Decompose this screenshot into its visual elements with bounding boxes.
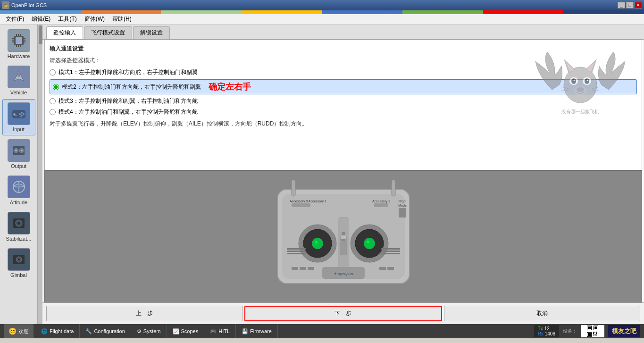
- stabilizat-icon: [8, 212, 30, 234]
- main-panel: 没有哪一起旅飞机 输入通道设置 请选择遥控器模式： 模式1：左手控制升降舵和方向…: [44, 40, 642, 170]
- output-icon: [8, 139, 30, 162]
- app-icon: 🚁: [2, 1, 9, 9]
- svg-rect-85: [287, 251, 306, 252]
- mode2-label: 模式2：左手控制油门和方向舵，右手控制升降舵和副翼: [62, 83, 201, 91]
- scopes-label: Scopes: [181, 328, 199, 334]
- svg-rect-64: [399, 208, 406, 218]
- svg-point-45: [587, 80, 588, 81]
- close-button[interactable]: ✕: [635, 2, 642, 8]
- sidebar-scrollbar-thumb[interactable]: [39, 25, 42, 44]
- svg-rect-87: [381, 248, 400, 250]
- sidebar-item-vehicle[interactable]: Vehicle: [2, 63, 35, 98]
- toolbar-seg-4: [242, 10, 322, 14]
- configuration-label: Configuration: [94, 328, 125, 334]
- sidebar-label-hardware: Hardware: [8, 53, 30, 59]
- sidebar-scrollbar[interactable]: [38, 25, 42, 324]
- rc-transmitter-svg: Accessory 0 Accessory 1 Accessory 2 Flig…: [240, 175, 447, 298]
- content-area: 遥控输入 飞行模式设置 解锁设置: [42, 25, 644, 324]
- sidebar-item-stabilizat[interactable]: Stabilizat...: [2, 209, 35, 244]
- svg-rect-89: [381, 253, 400, 254]
- svg-rect-82: [379, 267, 386, 270]
- title-bar: 🚁 OpenPilot GCS _ □ ✕: [0, 0, 644, 10]
- status-tab-firmware[interactable]: 💾 Firmware: [236, 324, 278, 338]
- tab-flight-mode[interactable]: 飞行模式设置: [84, 26, 132, 39]
- watermark-text: 模友之吧: [612, 327, 636, 335]
- input-icon: [8, 102, 30, 125]
- tx-value: 12: [544, 326, 550, 331]
- svg-rect-84: [287, 248, 306, 250]
- confirm-text: 确定左右手: [209, 81, 251, 92]
- minimize-button[interactable]: _: [618, 2, 625, 8]
- svg-point-38: [18, 259, 20, 260]
- menu-edit[interactable]: 编辑(E): [28, 14, 54, 24]
- rc-transmitter-area: Accessory 0 Accessory 1 Accessory 2 Flig…: [44, 170, 642, 302]
- svg-rect-76: [341, 235, 346, 239]
- menu-window[interactable]: 窗体(W): [81, 14, 109, 24]
- svg-rect-57: [392, 180, 395, 196]
- sidebar-item-output[interactable]: Output: [2, 136, 35, 172]
- next-button[interactable]: 下一步: [244, 306, 442, 321]
- flight-data-icon: 🌐: [41, 328, 48, 335]
- svg-text:Accessory 2: Accessory 2: [372, 200, 390, 203]
- sidebar: Hardware Vehicle: [0, 25, 38, 324]
- toolbar-colorbar: [0, 10, 644, 14]
- configuration-icon: 🔧: [85, 328, 92, 335]
- svg-rect-88: [381, 251, 400, 252]
- status-tab-hitl[interactable]: 🎮 HITL: [204, 324, 236, 338]
- main-layout: Hardware Vehicle: [0, 25, 644, 324]
- mode1-label: 模式1：左手控制升降舵和方向舵，右手控制油门和副翼: [59, 68, 198, 76]
- svg-point-18: [21, 112, 23, 114]
- svg-point-28: [21, 150, 23, 151]
- svg-rect-104: [593, 335, 594, 335]
- firmware-icon: 💾: [242, 328, 248, 335]
- svg-rect-98: [588, 333, 591, 336]
- menu-bar: 文件(F) 编辑(E) 工具(T) 窗体(W) 帮助(H): [0, 14, 644, 25]
- mode1-radio[interactable]: [50, 69, 56, 75]
- firmware-label: Firmware: [250, 328, 272, 334]
- svg-point-42: [571, 78, 576, 84]
- svg-point-19: [23, 113, 25, 115]
- svg-text:✈ openpilot: ✈ openpilot: [334, 272, 353, 276]
- mode4-radio[interactable]: [50, 109, 56, 115]
- hitl-label: HITL: [218, 328, 230, 334]
- flight-data-label: Flight data: [50, 328, 74, 334]
- maximize-button[interactable]: □: [626, 2, 634, 8]
- svg-point-14: [17, 73, 20, 77]
- status-tab-scopes[interactable]: 📈 Scopes: [167, 324, 205, 338]
- wolf-logo-area: 没有哪一起旅飞机: [528, 45, 632, 120]
- hardware-icon: [8, 29, 30, 52]
- tx-rx-box: Tx 12 Rx 1408: [534, 325, 559, 337]
- toolbar-seg-3: [161, 10, 242, 14]
- svg-point-72: [367, 241, 369, 243]
- prev-button[interactable]: 上一步: [46, 306, 243, 321]
- tx-label: Tx: [538, 326, 543, 331]
- mode2-radio[interactable]: [53, 84, 59, 90]
- svg-point-35: [17, 222, 20, 225]
- system-label: System: [143, 328, 161, 334]
- menu-help[interactable]: 帮助(H): [109, 14, 135, 24]
- tab-unlock[interactable]: 解锁设置: [133, 26, 170, 39]
- sidebar-item-hardware[interactable]: Hardware: [2, 26, 35, 62]
- cancel-button[interactable]: 取消: [444, 306, 640, 321]
- sidebar-item-attitude[interactable]: Attitude: [2, 173, 35, 208]
- svg-point-44: [574, 80, 575, 81]
- sidebar-item-gimbal[interactable]: Gimbal: [2, 245, 35, 281]
- svg-rect-102: [593, 333, 594, 334]
- device-label: 设备：: [563, 328, 577, 335]
- scopes-icon: 📈: [173, 328, 179, 335]
- status-tab-system[interactable]: ⚙ System: [131, 324, 167, 338]
- menu-tools[interactable]: 工具(T): [54, 14, 80, 24]
- mode3-radio[interactable]: [50, 98, 56, 104]
- svg-point-32: [17, 185, 20, 188]
- toolbar-seg-8: [563, 10, 644, 14]
- svg-rect-86: [287, 253, 306, 254]
- svg-rect-1: [16, 37, 22, 44]
- status-tab-flight-data[interactable]: 🌐 Flight data: [35, 324, 80, 338]
- mode4-label: 模式4：左手控制油门和副翼，右手控制升降舵和方向舵: [59, 108, 198, 116]
- menu-file[interactable]: 文件(F): [2, 14, 28, 24]
- sidebar-label-vehicle: Vehicle: [10, 90, 27, 95]
- sidebar-item-input[interactable]: Input: [2, 99, 35, 135]
- tab-remote-input[interactable]: 遥控输入: [46, 26, 83, 39]
- attitude-icon: [8, 176, 30, 198]
- status-tab-configuration[interactable]: 🔧 Configuration: [80, 324, 131, 338]
